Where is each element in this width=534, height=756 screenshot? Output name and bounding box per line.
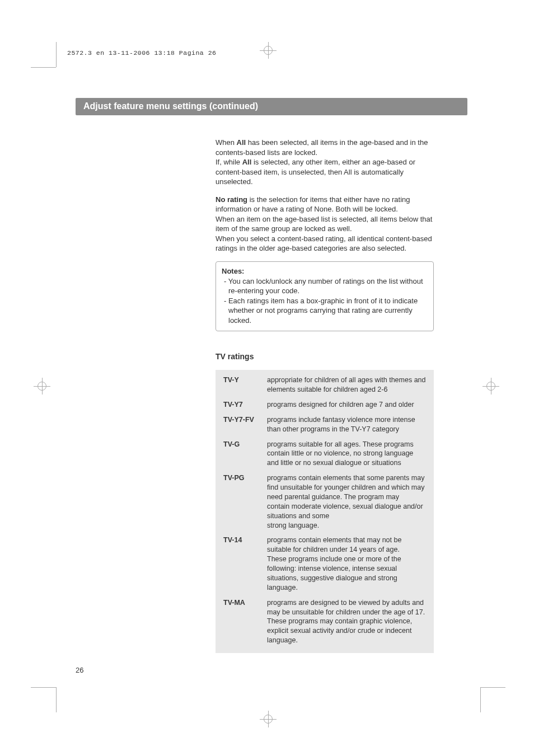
paragraph: When you select a content-based rating, … xyxy=(216,234,434,253)
rating-desc-line: contain moderate violence, sexual dialog… xyxy=(267,502,426,521)
notes-title: Notes: xyxy=(222,266,428,276)
rating-desc: programs contain elements that may not b… xyxy=(267,536,426,592)
rating-desc: programs designed for children age 7 and… xyxy=(267,400,426,410)
rating-code: TV-Y7-FV xyxy=(223,415,267,434)
tv-ratings-table: TV-Y appropriate for children of all age… xyxy=(216,370,434,653)
rating-row: TV-MA programs are designed to be viewed… xyxy=(223,598,426,645)
notes-title-text: Notes: xyxy=(222,267,244,275)
paragraph: If, while All is selected, any other ite… xyxy=(216,157,434,187)
rating-row: TV-PG programs contain elements that som… xyxy=(223,473,426,530)
crop-register-right xyxy=(483,378,499,395)
rating-desc: programs contain elements that some pare… xyxy=(267,473,426,530)
crop-mark xyxy=(31,687,56,688)
bold-no-rating: No rating xyxy=(216,195,247,204)
rating-row: TV-Y7 programs designed for children age… xyxy=(223,400,426,410)
rating-desc: programs include fantasy violence more i… xyxy=(267,415,426,434)
crop-register-left xyxy=(34,378,50,395)
crop-register-top xyxy=(260,42,277,59)
tv-ratings-title: TV ratings xyxy=(216,351,434,362)
text: When xyxy=(216,138,237,147)
note-item: - You can lock/unlock any number of rati… xyxy=(222,276,428,296)
rating-desc: programs suitable for all ages. These pr… xyxy=(267,440,426,468)
text: If, while xyxy=(216,158,242,166)
page-content: Adjust feature menu settings (continued)… xyxy=(76,98,467,653)
crop-mark xyxy=(56,687,57,712)
bold-all: All xyxy=(237,138,246,147)
rating-code: TV-14 xyxy=(223,536,267,592)
rating-desc: programs are designed to be viewed by ad… xyxy=(267,598,426,645)
rating-desc-line: programs contain elements that some pare… xyxy=(267,473,426,502)
crop-mark xyxy=(56,42,57,67)
paragraph: No rating is the selection for items tha… xyxy=(216,195,434,214)
rating-code: TV-PG xyxy=(223,473,267,530)
page-number: 26 xyxy=(76,666,83,674)
paragraph: When All has been selected, all items in… xyxy=(216,138,434,157)
rating-code: TV-MA xyxy=(223,598,267,645)
rating-code: TV-G xyxy=(223,440,267,468)
crop-mark xyxy=(480,687,481,712)
section-title-bar: Adjust feature menu settings (continued) xyxy=(76,98,467,115)
notes-box: Notes: - You can lock/unlock any number … xyxy=(216,261,434,331)
rating-row: TV-Y appropriate for children of all age… xyxy=(223,375,426,395)
rating-row: TV-14 programs contain elements that may… xyxy=(223,536,426,592)
crop-mark xyxy=(31,67,56,68)
rating-row: TV-G programs suitable for all ages. The… xyxy=(223,440,426,468)
text: has been selected, all items in the age-… xyxy=(216,138,428,157)
rating-code: TV-Y xyxy=(223,375,267,395)
crop-mark xyxy=(480,687,505,688)
rating-desc: appropriate for children of all ages wit… xyxy=(267,375,426,395)
rating-desc-line: These programs include one or more of th… xyxy=(267,555,426,593)
print-header-line: 2572.3 en 13-11-2006 13:18 Pagina 26 xyxy=(67,49,216,57)
rating-code: TV-Y7 xyxy=(223,400,267,410)
rating-desc-line: programs contain elements that may not b… xyxy=(267,536,426,555)
crop-register-bottom xyxy=(260,711,277,727)
paragraph: When an item on the age-based list is se… xyxy=(216,214,434,234)
rating-row: TV-Y7-FV programs include fantasy violen… xyxy=(223,415,426,434)
body-column: When All has been selected, all items in… xyxy=(216,138,434,653)
note-item: - Each ratings item has a box-graphic in… xyxy=(222,296,428,326)
bold-all: All xyxy=(242,158,252,166)
rating-desc-line: strong language. xyxy=(267,521,426,530)
